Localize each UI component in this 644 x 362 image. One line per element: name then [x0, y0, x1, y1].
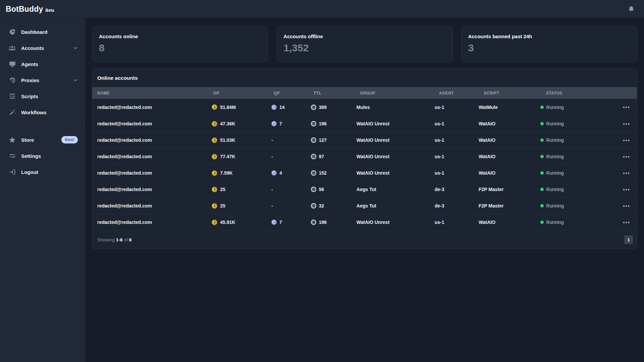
gp-value: 25: [220, 203, 225, 208]
row-menu-button[interactable]: •••: [623, 203, 630, 208]
actions-cell: •••: [618, 138, 637, 143]
ttl-cell: 32: [306, 203, 352, 208]
gp-cell: 47.36K: [207, 121, 266, 127]
group-cell: WatAIO Unrest: [352, 137, 430, 143]
sidebar-label: Settings: [21, 153, 41, 159]
stat-label: Accounts offline: [283, 34, 445, 39]
qp-value: -: [271, 203, 273, 208]
showing-prefix: Showing: [97, 237, 115, 242]
sidebar-item-dashboard[interactable]: Dashboard: [0, 24, 85, 40]
row-menu-button[interactable]: •••: [623, 121, 630, 126]
table-row[interactable]: redacted@redacted.com 51.84M 14 389 Mule…: [92, 99, 637, 115]
status-text: Running: [546, 137, 564, 143]
qp-value: -: [271, 187, 273, 192]
group-cell: Aegs Tut: [352, 203, 430, 208]
gp-cell: 51.03K: [207, 137, 266, 143]
qp-cell: -: [266, 154, 306, 159]
actions-cell: •••: [618, 203, 637, 208]
actions-cell: •••: [618, 121, 637, 126]
row-menu-button[interactable]: •••: [623, 105, 630, 110]
sidebar-item-scripts[interactable]: Scripts: [0, 88, 85, 104]
table-row[interactable]: redacted@redacted.com 45.91K 7 196 WatAI…: [92, 214, 637, 230]
status-text: Running: [546, 105, 564, 110]
actions-cell: •••: [618, 154, 637, 159]
table-row[interactable]: redacted@redacted.com 25 - 32 Aegs Tut d…: [92, 197, 637, 214]
status-cell: Running: [535, 105, 618, 110]
chevron-down-icon: [73, 78, 78, 82]
sidebar-label: Proxies: [21, 77, 39, 83]
sidebar-item-store[interactable]: Store New!: [0, 132, 85, 148]
status-text: Running: [546, 170, 564, 176]
account-name-cell: redacted@redacted.com: [92, 203, 207, 208]
qp-cell: 4: [266, 170, 306, 176]
gp-cell: 25: [207, 203, 266, 209]
status-dot-icon: [540, 204, 544, 207]
account-name-cell: redacted@redacted.com: [92, 187, 207, 192]
actions-cell: •••: [618, 220, 637, 225]
group-cell: Mules: [352, 105, 430, 110]
sidebar-label: Dashboard: [21, 29, 47, 35]
stat-value: 3: [468, 42, 630, 54]
sidebar-item-accounts[interactable]: Accounts: [0, 40, 85, 56]
script-cell: WatMule: [474, 105, 535, 110]
sidebar-nav-main: Dashboard Accounts: [0, 24, 85, 120]
group-cell: WatAIO Unrest: [352, 121, 430, 126]
gp-value: 51.84M: [220, 105, 236, 110]
account-name-cell: redacted@redacted.com: [92, 121, 207, 126]
sidebar-item-logout[interactable]: Logout: [0, 164, 85, 180]
agent-cell: us-1: [430, 154, 474, 159]
table-row[interactable]: redacted@redacted.com 7.59K 4 152 WatAIO…: [92, 165, 637, 181]
table-row[interactable]: redacted@redacted.com 25 - 56 Aegs Tut d…: [92, 181, 637, 197]
brand-logo[interactable]: BotBuddy Beta: [6, 5, 54, 14]
sidebar-item-settings[interactable]: Settings: [0, 148, 85, 164]
status-text: Running: [546, 220, 564, 225]
row-menu-button[interactable]: •••: [623, 187, 630, 192]
qp-orb-icon: [271, 105, 277, 110]
app-beta-label: Beta: [45, 8, 54, 13]
sidebar-item-proxies[interactable]: Proxies: [0, 72, 85, 88]
gp-coin-icon: [212, 104, 217, 110]
agent-cell: us-1: [430, 170, 474, 176]
gp-value: 7.59K: [220, 170, 232, 176]
sidebar-label: Scripts: [21, 94, 38, 99]
status-cell: Running: [535, 137, 618, 143]
stat-value: 1,352: [283, 42, 445, 54]
group-cell: WatAIO Unrest: [352, 170, 430, 176]
ttl-value: 127: [319, 137, 327, 143]
new-badge: New!: [61, 136, 78, 143]
actions-cell: •••: [618, 171, 637, 176]
sidebar-item-agents[interactable]: Agents: [0, 56, 85, 72]
ttl-value: 389: [319, 105, 327, 110]
row-menu-button[interactable]: •••: [623, 171, 630, 176]
playlist-icon: [8, 93, 16, 100]
stat-card-accounts-online: Accounts online 8: [92, 26, 268, 62]
table-header-row: NAME GP QP TTL GROUP AGENT SCRIPT STATUS: [92, 87, 637, 99]
table-row[interactable]: redacted@redacted.com 51.03K - 127 WatAI…: [92, 132, 637, 148]
monitor-icon: [8, 60, 16, 68]
sliders-icon: [8, 152, 16, 160]
account-name-cell: redacted@redacted.com: [92, 105, 207, 110]
row-menu-button[interactable]: •••: [623, 154, 630, 159]
table-row[interactable]: redacted@redacted.com 77.47K - 97 WatAIO…: [92, 148, 637, 165]
script-cell: WatAIO: [474, 170, 535, 176]
row-menu-button[interactable]: •••: [623, 138, 630, 143]
sidebar-item-workflows[interactable]: Workflows: [0, 104, 85, 120]
table-body: redacted@redacted.com 51.84M 14 389 Mule…: [92, 99, 637, 230]
script-cell: F2P Master: [474, 203, 535, 208]
agent-cell: de-3: [430, 203, 474, 208]
stat-card-accounts-offline: Accounts offline 1,352: [276, 26, 452, 62]
gp-coin-icon: [212, 121, 217, 127]
column-header-group: GROUP: [355, 91, 434, 96]
sidebar-nav-bottom: Store New! Settings Logout: [0, 132, 85, 180]
column-header-ttl: TTL: [309, 91, 355, 96]
table-row[interactable]: redacted@redacted.com 47.36K 7 196 WatAI…: [92, 115, 637, 132]
status-cell: Running: [535, 220, 618, 225]
qp-cell: -: [266, 137, 306, 143]
ttl-cell: 56: [306, 187, 352, 192]
sidebar-divider: [0, 126, 85, 126]
notifications-button[interactable]: [628, 6, 635, 12]
pagination-page-1-button[interactable]: 1: [624, 235, 633, 244]
qp-value: 7: [279, 220, 282, 225]
top-header: BotBuddy Beta: [0, 0, 644, 18]
row-menu-button[interactable]: •••: [623, 220, 630, 225]
